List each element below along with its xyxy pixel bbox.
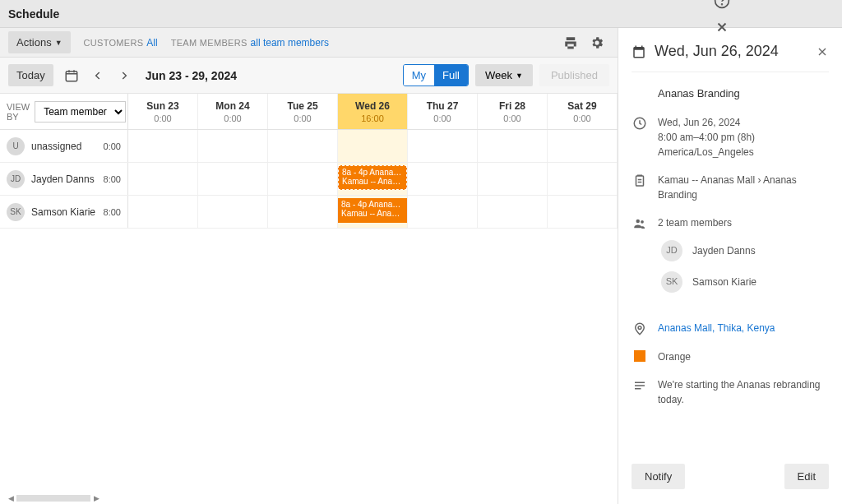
view-by-select[interactable]: Team member [35,101,126,123]
view-segment: My Full [403,64,469,86]
location-icon [632,321,648,336]
grid-cell[interactable] [478,163,548,195]
avatar: JD [7,170,25,188]
day-column-header[interactable]: Sun 230:00 [128,94,198,129]
avatar: SK [661,271,682,293]
detail-panel: Wed, Jun 26, 2024 Ananas Branding Wed, J… [618,28,842,504]
next-arrow-icon[interactable] [113,64,136,87]
event-location[interactable]: Ananas Mall, Thika, Kenya [658,321,829,336]
my-view-button[interactable]: My [404,65,434,86]
calendar-icon[interactable] [60,64,83,87]
schedule-area: Actions▼ Customers All Team members all … [0,28,618,504]
help-icon[interactable] [714,0,730,9]
grid-cell[interactable] [268,130,338,162]
grid-cell[interactable] [548,130,618,162]
date-nav: Today Jun 23 - 29, 2024 My Full [0,58,618,94]
grid-cell[interactable] [128,130,198,162]
event-block[interactable]: 8a - 4p Ananas B…Kamau -- Ananas… [338,198,407,223]
svg-rect-4 [636,176,644,186]
member-name: Samson Kiarie [692,275,756,289]
grid-cell[interactable] [408,196,478,228]
view-by-control: View by Team member [0,94,128,129]
grid-cell[interactable] [408,130,478,162]
avatar: U [7,137,25,155]
avatar: JD [661,240,682,261]
week-dropdown[interactable]: Week▼ [475,64,533,86]
day-column-header[interactable]: Thu 270:00 [408,94,478,129]
svg-point-5 [636,219,641,223]
grid-cell[interactable] [408,163,478,195]
event-time: Wed, Jun 26, 2024 8:00 am–4:00 pm (8h) A… [658,115,829,160]
app-title: Schedule [8,7,59,21]
horizontal-scrollbar[interactable]: ◀ ▶ [0,492,618,504]
panel-close-icon[interactable] [816,45,829,58]
member-row: JD Jayden Danns [658,240,829,261]
grid-cell[interactable] [548,163,618,195]
grid-row: SKSamson Kiarie8:008a - 4p Ananas B…Kama… [0,196,618,229]
row-name: unassigned [31,141,97,152]
grid-cell[interactable] [548,196,618,228]
people-icon [632,215,648,293]
members-block: 2 team members JD Jayden Danns SK Samson… [658,215,829,293]
grid-row: Uunassigned0:00 [0,130,618,163]
published-button[interactable]: Published [539,64,609,86]
row-name: Samson Kiarie [31,206,97,218]
svg-point-7 [638,326,641,329]
row-hours: 8:00 [104,174,121,184]
caret-down-icon: ▼ [55,39,62,47]
day-column-header[interactable]: Sat 290:00 [548,94,618,129]
print-icon[interactable] [563,35,578,50]
members-count: 2 team members [658,215,829,230]
note-icon [632,377,648,407]
day-column-header[interactable]: Fri 280:00 [478,94,548,129]
row-name: Jayden Danns [31,173,97,185]
notify-button[interactable]: Notify [632,464,685,489]
customers-filter[interactable]: All [146,37,157,49]
scroll-track[interactable] [16,495,90,502]
settings-icon[interactable] [590,35,604,50]
event-block[interactable]: 8a - 4p Ananas B…Kamau -- Ananas… [338,165,407,190]
grid-cell[interactable] [198,130,268,162]
color-icon [632,349,648,364]
calendar-icon [632,44,646,59]
event-note: We're starting the Ananas rebranding tod… [658,377,829,407]
prev-arrow-icon[interactable] [86,64,109,87]
grid-cell[interactable] [338,130,408,162]
avatar: SK [7,203,25,221]
team-filter[interactable]: all team members [251,37,329,49]
grid-cell[interactable] [478,196,548,228]
member-name: Jayden Danns [692,243,756,258]
customers-label: Customers [84,38,144,48]
team-label: Team members [171,38,248,48]
grid-cell[interactable]: 8a - 4p Ananas B…Kamau -- Ananas… [338,163,408,195]
date-range: Jun 23 - 29, 2024 [146,69,237,82]
grid-row: JDJayden Danns8:008a - 4p Ananas B…Kamau… [0,163,618,196]
member-row: SK Samson Kiarie [658,271,829,293]
scroll-right-icon[interactable]: ▶ [92,494,100,502]
grid-cell[interactable] [268,196,338,228]
today-button[interactable]: Today [8,64,53,86]
grid-cell[interactable] [478,130,548,162]
actions-button[interactable]: Actions▼ [8,31,71,53]
grid-cell[interactable]: 8a - 4p Ananas B…Kamau -- Ananas… [338,196,408,228]
grid-cell[interactable] [128,163,198,195]
svg-point-6 [641,220,644,223]
grid-cell[interactable] [198,196,268,228]
panel-date-title: Wed, Jun 26, 2024 [655,43,807,60]
svg-rect-2 [66,71,77,81]
event-color: Orange [658,349,829,364]
day-column-header[interactable]: Mon 240:00 [198,94,268,129]
row-hours: 0:00 [104,141,121,151]
grid-cell[interactable] [268,163,338,195]
grid-cell[interactable] [198,163,268,195]
clipboard-icon [632,173,648,202]
scroll-left-icon[interactable]: ◀ [7,494,15,502]
event-job: Kamau -- Ananas Mall › Ananas Branding [658,173,829,202]
day-column-header[interactable]: Tue 250:00 [268,94,338,129]
titlebar: Schedule [0,0,842,28]
event-title: Ananas Branding [658,86,829,102]
day-column-header[interactable]: Wed 2616:00 [338,94,408,129]
grid-cell[interactable] [128,196,198,228]
edit-button[interactable]: Edit [784,464,829,489]
full-view-button[interactable]: Full [434,65,468,86]
